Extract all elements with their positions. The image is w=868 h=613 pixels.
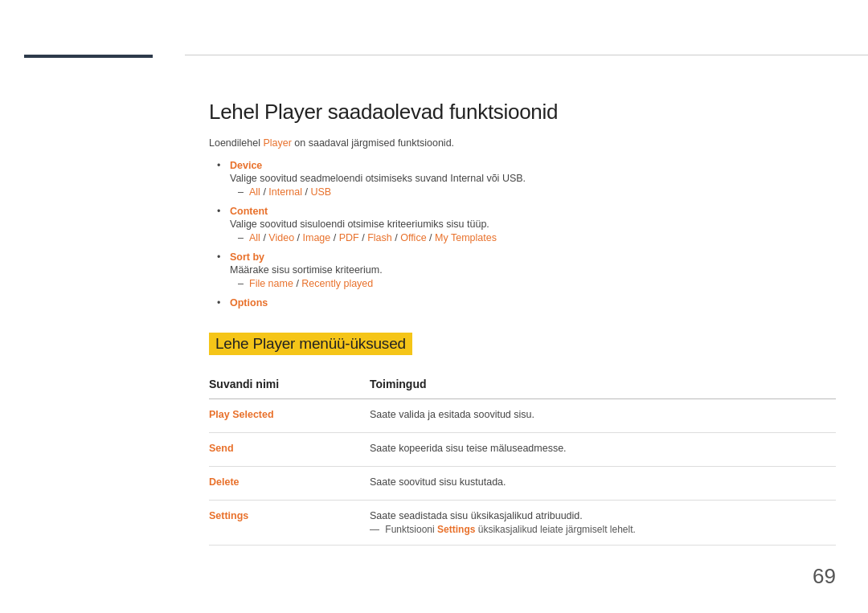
sortby-sublist: File name / Recently played: [238, 278, 836, 289]
table-row: Delete Saate soovitud sisu kustutada.: [209, 467, 836, 501]
play-selected-desc: Saate valida ja esitada soovitud sisu.: [370, 409, 836, 420]
sortby-link-filename: File name: [249, 278, 293, 289]
device-sublist: All / Internal / USB: [238, 186, 836, 198]
sortby-sub-item: File name / Recently played: [238, 278, 836, 289]
row-desc-play-selected: Saate valida ja esitada soovitud sisu.: [370, 399, 836, 433]
options-title: Options: [230, 297, 836, 309]
page-number: 69: [813, 564, 836, 589]
send-desc: Saate kopeerida sisu teise mäluseadmesse…: [370, 443, 836, 454]
settings-sub: — Funktsiooni Settings üksikasjalikud le…: [370, 524, 836, 535]
device-desc: Valige soovitud seadmeloendi otsimiseks …: [230, 173, 836, 184]
sidebar-bar: [24, 55, 153, 58]
list-item-device: Device Valige soovitud seadmeloendi otsi…: [217, 160, 836, 198]
col-suvandi: Suvandi nimi: [209, 373, 370, 399]
content-link-templates: My Templates: [435, 232, 497, 243]
intro-after: on saadaval järgmised funktsioonid.: [292, 137, 454, 149]
left-sidebar: [0, 0, 185, 613]
settings-link: Settings: [437, 524, 475, 535]
table-row: Play Selected Saate valida ja esitada so…: [209, 399, 836, 433]
intro-paragraph: Loendilehel Player on saadaval järgmised…: [209, 137, 836, 149]
settings-desc: Saate seadistada sisu üksikasjalikud atr…: [370, 510, 836, 521]
section2-title: Lehe Player menüü-üksused: [209, 333, 412, 355]
device-sub-item: All / Internal / USB: [238, 186, 836, 198]
content-link-pdf: PDF: [339, 232, 359, 243]
row-name-delete: Delete: [209, 467, 370, 501]
sortby-link-recent: Recently played: [301, 278, 373, 289]
delete-desc: Saate soovitud sisu kustutada.: [370, 476, 836, 488]
intro-before: Loendilehel: [209, 137, 263, 149]
content-link-flash: Flash: [367, 232, 392, 243]
page-title: Lehel Player saadaolevad funktsioonid: [209, 100, 836, 125]
content-link-image: Image: [303, 232, 331, 243]
content-sublist: All / Video / Image / PDF / Flash / Offi…: [238, 232, 836, 243]
features-list: Device Valige soovitud seadmeloendi otsi…: [217, 160, 836, 309]
device-link-all: All: [249, 186, 260, 198]
intro-highlight: Player: [263, 137, 291, 149]
list-item-sortby: Sort by Määrake sisu sortimise kriteeriu…: [217, 251, 836, 289]
list-item-options: Options: [217, 297, 836, 309]
row-desc-settings: Saate seadistada sisu üksikasjalikud atr…: [370, 501, 836, 546]
content-title: Content: [230, 206, 836, 217]
row-name-send: Send: [209, 433, 370, 467]
content-link-office: Office: [400, 232, 426, 243]
content-link-all: All: [249, 232, 260, 243]
table-row: Send Saate kopeerida sisu teise mälusead…: [209, 433, 836, 467]
row-desc-delete: Saate soovitud sisu kustutada.: [370, 467, 836, 501]
sortby-title: Sort by: [230, 251, 836, 263]
row-name-settings: Settings: [209, 501, 370, 546]
main-content: Lehel Player saadaolevad funktsioonid Lo…: [185, 55, 868, 613]
content-desc: Valige soovitud sisuloendi otsimise krit…: [230, 219, 836, 230]
content-link-video: Video: [268, 232, 294, 243]
list-item-content: Content Valige soovitud sisuloendi otsim…: [217, 206, 836, 243]
content-sub-item: All / Video / Image / PDF / Flash / Offi…: [238, 232, 836, 243]
col-toimingud: Toimingud: [370, 373, 836, 399]
device-title: Device: [230, 160, 836, 171]
device-link-usb: USB: [310, 186, 331, 198]
row-name-play-selected: Play Selected: [209, 399, 370, 433]
row-desc-send: Saate kopeerida sisu teise mäluseadmesse…: [370, 433, 836, 467]
device-link-internal: Internal: [268, 186, 302, 198]
table-row: Settings Saate seadistada sisu üksikasja…: [209, 501, 836, 546]
sortby-desc: Määrake sisu sortimise kriteerium.: [230, 264, 836, 276]
menu-table: Suvandi nimi Toimingud Play Selected Saa…: [209, 373, 836, 546]
